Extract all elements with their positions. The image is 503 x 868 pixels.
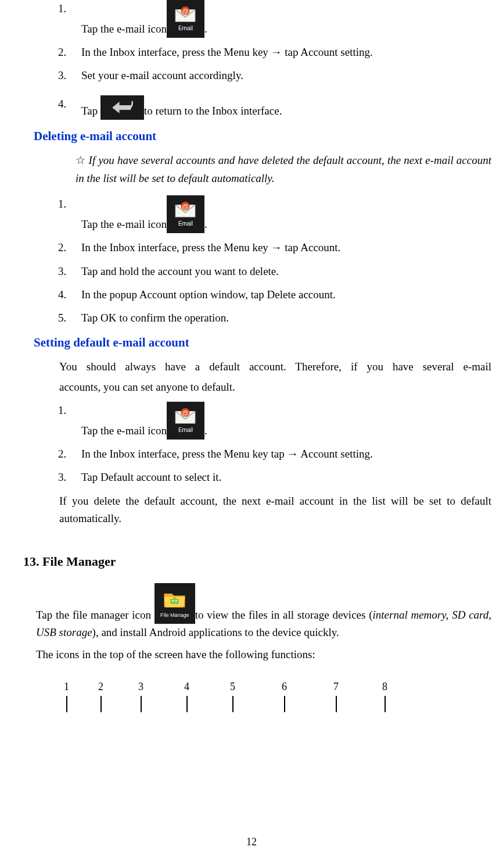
icon-label: Email [178,24,193,33]
svg-point-11 [175,600,177,602]
file-manager-icon: File Manage [155,583,195,624]
note-text: If you have several accounts and have de… [76,154,491,184]
star-note: ☆ If you have several accounts and have … [23,152,491,187]
icon-label: File Manage [160,611,189,619]
step-number: 1. [58,0,66,17]
step-text: Set your e-mail account accordingly. [81,69,243,81]
step-number: 1. [58,402,66,419]
page-number: 12 [246,834,257,851]
email-icon: @ Email [167,402,204,440]
fm-text: ), and install Android applications to t… [92,626,339,638]
number-marker: 6 [282,678,287,713]
heading-file-manager: 13. File Manager [23,551,491,571]
step-text: . [204,218,207,230]
step-text: to return to the Inbox interface. [144,104,282,116]
number-marker: 1 [64,678,69,713]
step-number: 5. [58,309,66,327]
step-text: . [204,424,207,437]
step-item: 1. Tap the e-mail icon @ Email . [23,195,491,233]
step-text: Tap [81,104,100,116]
step-item: 4. Tap to return to the Inbox interface. [23,95,491,120]
fm-intro: Tap the file manager icon File Manage to… [23,583,491,641]
step-number: 3. [58,67,66,84]
step-number: 3. [58,469,66,486]
svg-rect-9 [171,599,179,604]
number-row: 1 2 3 4 5 6 7 8 [23,678,491,713]
heading-deleting: Deleting e-mail account [34,127,491,147]
fm-text: Tap the file manager icon [36,608,155,620]
step-text: Tap and hold the account you want to del… [81,265,279,277]
default-outro: If you delete the default account, the n… [23,492,491,528]
email-icon: @ Email [167,0,204,38]
number-marker: 5 [230,678,235,713]
step-text: Tap OK to confirm the operation. [81,312,229,324]
step-item: 2. In the Inbox interface, press the Men… [23,44,491,61]
svg-rect-12 [174,597,176,599]
number-marker: 7 [333,678,339,713]
number-marker: 3 [138,678,143,713]
step-text: In the Inbox interface, press the Menu k… [81,448,373,460]
number-marker: 8 [382,678,387,713]
back-icon [100,95,144,120]
default-intro: accounts, you can set anyone to default. [23,378,491,396]
step-item: 3. Set your e-mail account accordingly. [23,67,491,84]
step-item: 4. In the popup Account option window, t… [23,286,491,303]
step-number: 4. [58,95,66,113]
step-text: . [204,23,207,35]
step-number: 3. [58,263,66,280]
step-item: 1. Tap the e-mail icon @ Email . [23,402,491,440]
number-marker: 2 [98,678,103,713]
icon-label: Email [178,219,193,228]
step-item: 1. Tap the e-mail icon @ Email . [23,0,491,38]
heading-default: Setting default e-mail account [34,333,491,353]
svg-text:@: @ [182,203,189,210]
step-text: In the Inbox interface, press the Menu k… [81,241,340,253]
step-text: In the popup Account option window, tap … [81,288,336,301]
step-item: 5. Tap OK to confirm the operation. [23,309,491,327]
step-number: 2. [58,239,66,256]
fm-icons-intro: The icons in the top of the screen have … [23,646,491,663]
step-text: Tap Default account to select it. [81,471,221,483]
step-item: 2. In the Inbox interface, press the Men… [23,445,491,463]
fm-text: to view the files in all storage devices… [195,608,373,620]
step-item: 3. Tap and hold the account you want to … [23,263,491,280]
step-number: 2. [58,44,66,61]
step-item: 2. In the Inbox interface, press the Men… [23,239,491,256]
step-text: Tap the e-mail icon [81,218,167,230]
step-item: 3. Tap Default account to select it. [23,469,491,486]
step-number: 4. [58,286,66,303]
svg-text:@: @ [182,8,189,15]
step-number: 1. [58,195,66,213]
number-marker: 4 [184,678,189,713]
step-text: In the Inbox interface, press the Menu k… [81,46,373,58]
icon-label: Email [178,426,193,435]
step-text: Tap the e-mail icon [81,424,167,437]
step-text: Tap the e-mail icon [81,23,167,35]
step-number: 2. [58,445,66,463]
svg-text:@: @ [182,409,189,416]
default-intro: You should always have a default account… [23,358,491,376]
svg-point-10 [173,600,174,602]
email-icon: @ Email [167,195,204,233]
